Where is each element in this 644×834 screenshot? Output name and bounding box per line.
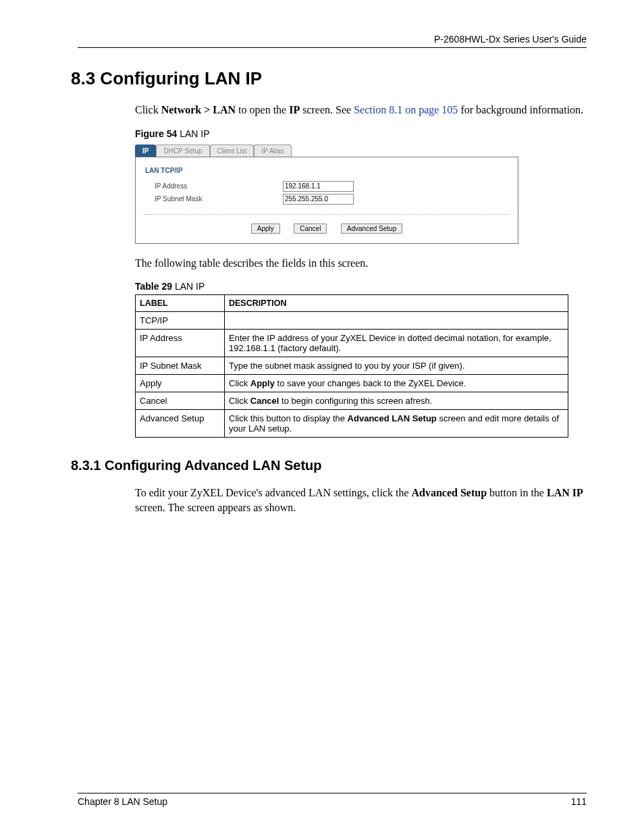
table-row: Advanced Setup Click this button to disp… <box>136 410 568 438</box>
th-description: DESCRIPTION <box>225 295 568 312</box>
subnet-mask-label: IP Subnet Mask <box>155 195 283 203</box>
tab-client-list[interactable]: Client List <box>210 145 254 157</box>
table-row: Apply Click Apply to save your changes b… <box>136 375 568 392</box>
page-header: P-2608HWL-Dx Series User's Guide <box>78 34 587 48</box>
subsection-heading: 8.3.1 Configuring Advanced LAN Setup <box>71 458 587 473</box>
table-header-row: LABEL DESCRIPTION <box>136 295 568 312</box>
page-footer: Chapter 8 LAN Setup 111 <box>78 793 587 807</box>
tab-dhcp-setup[interactable]: DHCP Setup <box>156 145 209 157</box>
subsection-intro: To edit your ZyXEL Device's advanced LAN… <box>135 486 587 515</box>
table-row: IP Subnet Mask Type the subnet mask assi… <box>136 357 568 375</box>
table-row: IP Address Enter the IP address of your … <box>136 330 568 357</box>
table-intro: The following table describes the fields… <box>135 256 587 271</box>
field-row-subnet-mask: IP Subnet Mask <box>155 194 512 205</box>
table-row: Cancel Click Cancel to begin configuring… <box>136 392 568 410</box>
table-caption: Table 29 LAN IP <box>135 281 587 292</box>
description-table: LABEL DESCRIPTION TCP/IP IP Address Ente… <box>135 294 568 438</box>
panel: LAN TCP/IP IP Address IP Subnet Mask App… <box>135 157 518 244</box>
field-row-ip-address: IP Address <box>155 181 512 192</box>
panel-section-title: LAN TCP/IP <box>145 167 512 174</box>
apply-button[interactable]: Apply <box>251 224 280 234</box>
figure-caption: Figure 54 LAN IP <box>135 128 587 139</box>
button-row: Apply Cancel Advanced Setup <box>141 221 512 234</box>
ip-address-input[interactable] <box>283 181 354 192</box>
tab-row: IP DHCP Setup Client List IP Alias <box>135 142 518 157</box>
ip-address-label: IP Address <box>155 182 283 190</box>
cross-reference-link[interactable]: Section 8.1 on page 105 <box>354 104 458 115</box>
cancel-button[interactable]: Cancel <box>294 224 327 234</box>
separator <box>144 214 510 215</box>
tab-ip-alias[interactable]: IP Alias <box>254 145 291 157</box>
subnet-mask-input[interactable] <box>283 194 354 205</box>
footer-page-number: 111 <box>571 796 587 807</box>
advanced-setup-button[interactable]: Advanced Setup <box>341 224 402 234</box>
guide-title: P-2608HWL-Dx Series User's Guide <box>434 34 587 45</box>
figure-lan-ip-ui: IP DHCP Setup Client List IP Alias LAN T… <box>135 142 518 244</box>
table-row: TCP/IP <box>136 312 568 330</box>
section-heading: 8.3 Configuring LAN IP <box>71 68 587 89</box>
th-label: LABEL <box>136 295 225 312</box>
section-intro: Click Network > LAN to open the IP scree… <box>135 103 587 118</box>
tab-ip[interactable]: IP <box>135 145 156 157</box>
footer-chapter: Chapter 8 LAN Setup <box>78 796 167 807</box>
